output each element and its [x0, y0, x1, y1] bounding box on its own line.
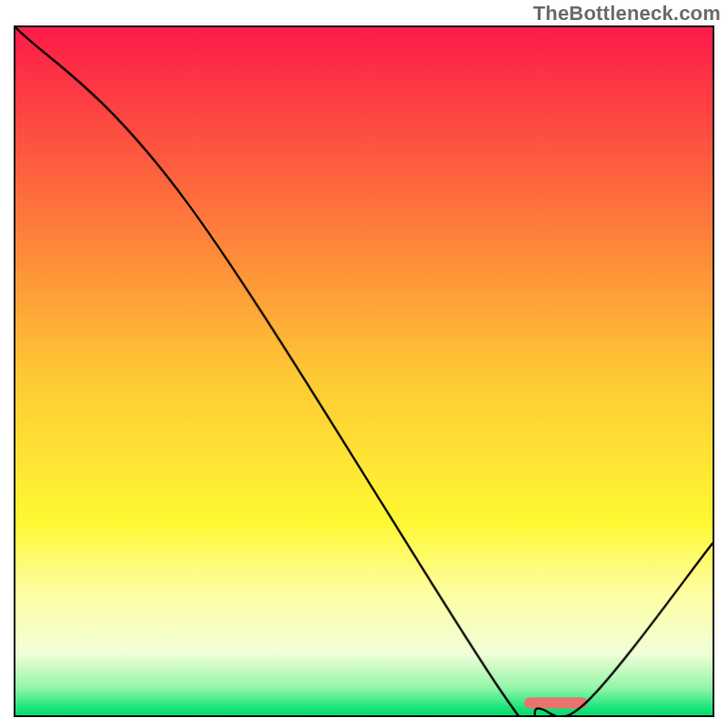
chart-container	[14, 25, 714, 717]
watermark-text: TheBottleneck.com	[533, 2, 721, 25]
bottleneck-chart	[15, 27, 713, 715]
